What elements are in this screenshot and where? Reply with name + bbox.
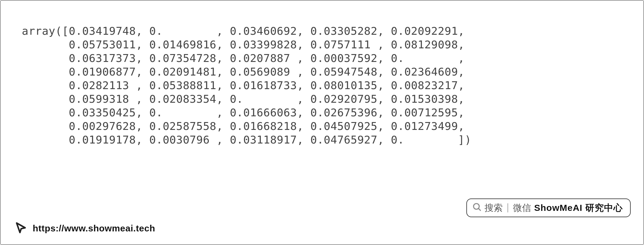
- footer: https://www.showmeai.tech: [15, 221, 155, 235]
- search-brand: ShowMeAI 研究中心: [534, 202, 623, 214]
- page-frame: array([0.03419748, 0. , 0.03460692, 0.03…: [0, 0, 644, 245]
- search-icon: [472, 202, 481, 214]
- svg-line-1: [478, 208, 481, 211]
- code-output: array([0.03419748, 0. , 0.03460692, 0.03…: [22, 24, 472, 147]
- divider: [508, 203, 508, 212]
- search-label-search: 搜索: [485, 202, 503, 214]
- footer-url[interactable]: https://www.showmeai.tech: [33, 223, 155, 234]
- search-label-wechat: 微信: [513, 202, 531, 214]
- svg-point-0: [474, 203, 479, 209]
- cursor-icon: [15, 221, 27, 235]
- search-pill[interactable]: 搜索 微信 ShowMeAI 研究中心: [466, 198, 631, 217]
